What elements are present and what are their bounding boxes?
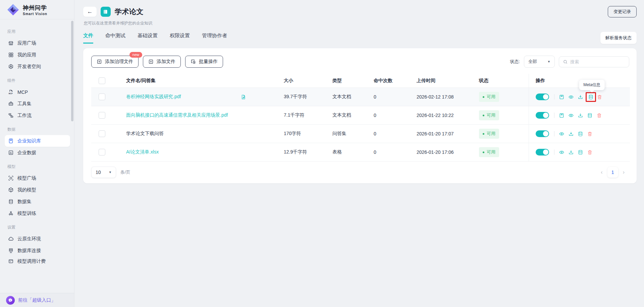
col-header-hits: 命中次数 (374, 78, 417, 84)
status-badge: 可用 (479, 92, 499, 102)
table-row: 面向脑机接口的高速通信需求及相关应用场景.pdf 7.1千字符 文本文档 0 2… (91, 106, 630, 125)
file-name-link[interactable]: AI论文清单.xlsx (126, 149, 159, 155)
file-name-link[interactable]: 卷积神经网络实践研究.pdf (126, 94, 181, 100)
bookmark-button[interactable] (559, 113, 565, 118)
sidebar-item-model-training[interactable]: 模型训练 (5, 207, 70, 219)
download-button[interactable] (568, 149, 574, 155)
download-button[interactable] (568, 131, 574, 137)
table-row: AI论文清单.xlsx 12.9千字符 表格 0 2026-01-20 17:0… (91, 143, 630, 162)
delete-button[interactable] (587, 149, 593, 155)
enable-toggle[interactable] (536, 112, 549, 119)
sidebar-item-workflow[interactable]: 工作流 (5, 110, 70, 121)
sidebar-nav: 应用 应用广场 我的应用 开发者空间 组件 MCP 工具集 工作流 数据 企业知… (0, 19, 74, 264)
meta-highlight-box (586, 92, 596, 102)
add-file-button[interactable]: 添加文件 (143, 56, 181, 68)
bookmark-icon (559, 113, 565, 118)
file-size: 39.7千字符 (284, 94, 332, 100)
download-button[interactable] (578, 94, 583, 100)
section-label-settings: 设置 (7, 225, 67, 230)
sidebar-item-my-apps[interactable]: 我的应用 (5, 49, 70, 61)
row-checkbox[interactable] (99, 130, 105, 137)
chevron-down-icon: ▼ (109, 171, 112, 174)
preview-button[interactable] (559, 149, 565, 155)
delete-button[interactable] (587, 131, 593, 137)
change-log-button[interactable]: 变更记录 (608, 6, 637, 17)
sidebar-item-toolset[interactable]: 工具集 (5, 98, 70, 110)
page-header: ← 学术论文 变更记录 您可以在这里查看并维护您的企业知识 文件 命中测试 基础… (74, 0, 644, 44)
preview-button[interactable] (568, 113, 574, 118)
search-input[interactable] (570, 59, 621, 64)
sidebar-item-mcp[interactable]: MCP (5, 86, 70, 98)
col-header-type: 类型 (332, 78, 374, 84)
meta-info-button[interactable] (578, 149, 583, 155)
sidebar-item-datasets[interactable]: 数据集 (5, 196, 70, 207)
sidebar-scrollbar-thumb[interactable] (71, 21, 73, 121)
hit-count: 0 (374, 131, 417, 136)
tab-collaborators[interactable]: 管理协作者 (202, 33, 227, 44)
enable-toggle[interactable] (536, 94, 549, 100)
enable-toggle[interactable] (536, 149, 549, 156)
eye-icon (559, 149, 565, 155)
col-header-name: 文件名/问答集 (126, 78, 284, 84)
parse-service-status-button[interactable]: 解析服务状态 (600, 32, 637, 44)
hit-count: 0 (374, 113, 417, 118)
select-all-checkbox[interactable] (99, 77, 105, 84)
section-label-data: 数据 (7, 127, 67, 132)
divider (554, 149, 554, 155)
file-name-text: 学术论文下载问答 (126, 131, 164, 137)
sidebar-item-db-connection[interactable]: 数据库连接 (5, 245, 70, 256)
meta-info-button[interactable] (587, 113, 593, 118)
sidebar-item-cloud-native[interactable]: 云原生环境 (5, 233, 70, 245)
search-icon (563, 59, 568, 64)
table-row: 卷积神经网络实践研究.pdf 39.7千字符 文本文档 0 2026-02-12… (91, 88, 630, 106)
tab-permission-settings[interactable]: 权限设置 (170, 33, 190, 44)
row-checkbox[interactable] (99, 149, 105, 156)
tab-basic-settings[interactable]: 基础设置 (138, 33, 158, 44)
super-portal-bar[interactable]: 前往「超级入口」 (0, 293, 74, 307)
meta-info-button[interactable] (578, 131, 583, 137)
sidebar-item-model-market[interactable]: 模型广场 (5, 172, 70, 184)
workflow-icon (8, 113, 14, 118)
file-edit-icon[interactable] (240, 94, 246, 100)
next-page-button[interactable]: › (623, 169, 625, 175)
bookmark-icon (559, 94, 565, 100)
preview-button[interactable] (559, 131, 565, 137)
sidebar-item-app-market[interactable]: 应用广场 (5, 37, 70, 49)
status-filter-select[interactable]: 全部 ▼ (524, 56, 555, 68)
row-checkbox[interactable] (99, 94, 105, 100)
billing-icon (8, 258, 14, 264)
sidebar-item-enterprise-data[interactable]: 企业数据 (5, 147, 70, 159)
add-governance-file-button[interactable]: 添加治理文件 new (91, 56, 139, 68)
meta-info-button[interactable] (588, 94, 594, 100)
model-market-icon (8, 175, 14, 181)
enable-toggle[interactable] (536, 130, 549, 137)
file-name-link[interactable]: 面向脑机接口的高速通信需求及相关应用场景.pdf (126, 112, 228, 118)
delete-button[interactable] (597, 94, 602, 100)
upload-time: 2026-02-12 17:08 (417, 94, 479, 100)
prev-page-button[interactable]: ‹ (601, 169, 602, 175)
per-page-label: 条/页 (120, 169, 130, 175)
bar-chart-icon (8, 150, 14, 156)
col-header-upload-time: 上传时间 (417, 78, 479, 84)
grid-icon (8, 52, 14, 58)
delete-button[interactable] (596, 113, 602, 118)
bookmark-button[interactable] (559, 94, 565, 100)
upload-time: 2026-01-20 17:07 (417, 131, 479, 136)
sidebar-item-billing[interactable]: 模型调用计费 (5, 256, 70, 264)
tab-files[interactable]: 文件 (83, 33, 93, 44)
download-button[interactable] (578, 113, 583, 118)
knowledge-book-icon (101, 7, 111, 17)
database-icon (578, 131, 583, 137)
sidebar: 神州问学 Smart Vision 应用 应用广场 我的应用 开发者空间 组件 … (0, 0, 74, 307)
sidebar-item-knowledge-base[interactable]: 企业知识库 (5, 135, 70, 147)
batch-operations-button[interactable]: 批量操作 (185, 56, 223, 68)
sidebar-item-my-models[interactable]: 我的模型 (5, 184, 70, 196)
current-page-button[interactable]: 1 (607, 167, 618, 178)
sidebar-item-dev-space[interactable]: 开发者空间 (5, 61, 70, 72)
back-button[interactable]: ← (83, 7, 97, 17)
tab-hit-test[interactable]: 命中测试 (105, 33, 125, 44)
preview-button[interactable] (568, 94, 574, 100)
page-size-select[interactable]: 10 ▼ (91, 167, 116, 178)
file-table: 文件名/问答集 大小 类型 命中次数 上传时间 状态 操作 卷积神经网络实践研究… (91, 74, 630, 162)
row-checkbox[interactable] (99, 112, 105, 119)
